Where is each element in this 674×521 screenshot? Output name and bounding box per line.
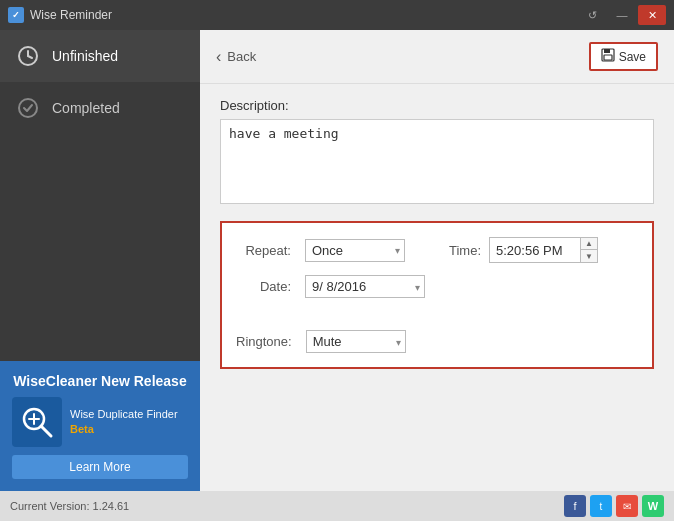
time-label: Time: <box>449 243 481 258</box>
form-content: Description: Repeat: Once Daily Weekly M… <box>200 84 674 491</box>
ad-description: Wise Duplicate Finder Beta <box>70 407 188 438</box>
date-label: Date: <box>236 279 291 294</box>
content-header: ‹ Back Save <box>200 30 674 84</box>
time-input[interactable] <box>490 240 580 261</box>
facebook-icon[interactable]: f <box>564 495 586 517</box>
email-icon[interactable]: ✉ <box>616 495 638 517</box>
sidebar: Unfinished Completed WiseCleaner New Rel… <box>0 30 200 491</box>
ringtone-select-wrapper: Mute Default Chime <box>306 330 406 353</box>
ad-body: Wise Duplicate Finder Beta <box>12 397 188 447</box>
back-button[interactable]: ‹ Back <box>216 48 256 66</box>
svg-line-5 <box>41 426 51 436</box>
clock-icon <box>16 44 40 68</box>
minimize-button[interactable]: — <box>608 5 636 25</box>
ringtone-row: Ringtone: Mute Default Chime <box>236 330 638 353</box>
repeat-select-wrapper: Once Daily Weekly Monthly <box>305 239 405 262</box>
description-label: Description: <box>220 98 654 113</box>
date-select-wrapper: 9/ 8/2016 <box>305 275 425 298</box>
ad-title: WiseCleaner New Release <box>12 373 188 389</box>
refresh-button[interactable]: ↺ <box>578 5 606 25</box>
sidebar-item-completed[interactable]: Completed <box>0 82 200 134</box>
time-spinners: ▲ ▼ <box>580 238 597 262</box>
version-text: Current Version: 1.24.61 <box>10 500 129 512</box>
save-label: Save <box>619 50 646 64</box>
back-label: Back <box>227 49 256 64</box>
completed-label: Completed <box>52 100 120 116</box>
close-button[interactable]: ✕ <box>638 5 666 25</box>
status-bar: Current Version: 1.24.61 f t ✉ W <box>0 491 674 521</box>
repeat-label: Repeat: <box>236 243 291 258</box>
date-row: Date: 9/ 8/2016 <box>236 275 638 298</box>
repeat-time-row: Repeat: Once Daily Weekly Monthly Time: <box>236 237 638 263</box>
back-chevron-icon: ‹ <box>216 48 221 66</box>
ad-beta: Beta <box>70 423 94 435</box>
sidebar-item-unfinished[interactable]: Unfinished <box>0 30 200 82</box>
time-group: Time: ▲ ▼ <box>449 237 598 263</box>
save-icon <box>601 48 615 65</box>
main-container: Unfinished Completed WiseCleaner New Rel… <box>0 30 674 491</box>
time-down-button[interactable]: ▼ <box>581 250 597 262</box>
description-input[interactable] <box>220 119 654 204</box>
sidebar-ad: WiseCleaner New Release Wise Duplicate F… <box>0 361 200 491</box>
content-area: ‹ Back Save Description: <box>200 30 674 491</box>
unfinished-label: Unfinished <box>52 48 118 64</box>
ringtone-label: Ringtone: <box>236 334 292 349</box>
ringtone-select[interactable]: Mute Default Chime <box>306 330 406 353</box>
svg-rect-10 <box>604 55 612 60</box>
twitter-icon[interactable]: t <box>590 495 612 517</box>
social-icons: f t ✉ W <box>564 495 664 517</box>
settings-box: Repeat: Once Daily Weekly Monthly Time: <box>220 221 654 369</box>
date-select[interactable]: 9/ 8/2016 <box>305 275 425 298</box>
save-button[interactable]: Save <box>589 42 658 71</box>
app-icon: ✓ <box>8 7 24 23</box>
svg-line-2 <box>28 56 32 58</box>
svg-rect-9 <box>604 49 610 53</box>
svg-point-3 <box>19 99 37 117</box>
learn-more-button[interactable]: Learn More <box>12 455 188 479</box>
ad-icon <box>12 397 62 447</box>
app-title: Wise Reminder <box>30 8 112 22</box>
title-bar-controls: ↺ — ✕ <box>578 5 666 25</box>
title-bar-left: ✓ Wise Reminder <box>8 7 112 23</box>
repeat-select[interactable]: Once Daily Weekly Monthly <box>305 239 405 262</box>
check-circle-icon <box>16 96 40 120</box>
spacer <box>236 310 638 330</box>
wise-icon[interactable]: W <box>642 495 664 517</box>
time-input-wrapper: ▲ ▼ <box>489 237 598 263</box>
time-up-button[interactable]: ▲ <box>581 238 597 250</box>
title-bar: ✓ Wise Reminder ↺ — ✕ <box>0 0 674 30</box>
